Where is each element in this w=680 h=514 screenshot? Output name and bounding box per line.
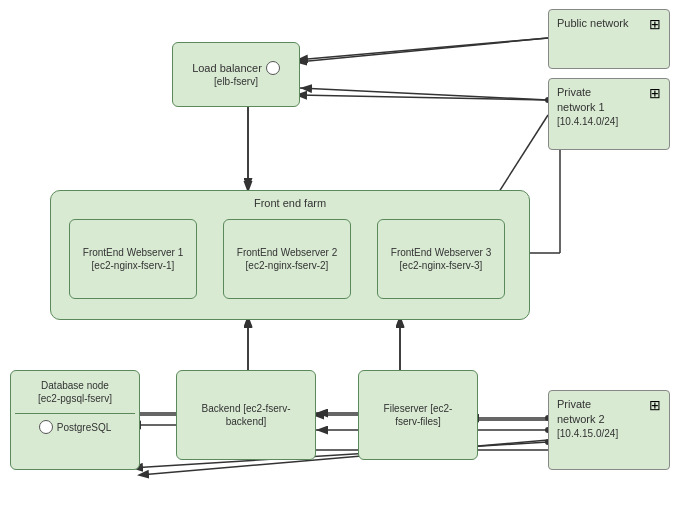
- frontend-farm-label: Front end farm: [254, 197, 326, 209]
- private-network1-box: ⊞ Privatenetwork 1 [10.4.14.0/24]: [548, 78, 670, 150]
- frontend2-box: FrontEnd Webserver 2 [ec2-nginx-fserv-2]: [223, 219, 351, 299]
- frontend2-sublabel: [ec2-nginx-fserv-2]: [246, 259, 329, 272]
- private-network1-label: Privatenetwork 1: [557, 85, 605, 116]
- fileserver-box: Fileserver [ec2-fserv-files]: [358, 370, 478, 460]
- load-balancer-label: Load balancer: [192, 61, 262, 75]
- postgresql-label: PostgreSQL: [57, 421, 111, 434]
- frontend1-label: FrontEnd Webserver 1: [83, 246, 183, 259]
- svg-line-0: [298, 38, 548, 62]
- fileserver-label: Fileserver [ec2-fserv-files]: [384, 402, 453, 428]
- public-network-box: ⊞ Public network: [548, 9, 670, 69]
- private-network1-sublabel: [10.4.14.0/24]: [557, 116, 618, 127]
- network-icon-public: ⊞: [649, 16, 661, 32]
- svg-line-1: [298, 95, 548, 100]
- private-network2-box: ⊞ Privatenetwork 2 [10.4.15.0/24]: [548, 390, 670, 470]
- frontend1-sublabel: [ec2-nginx-fserv-1]: [92, 259, 175, 272]
- database-label: Database node: [41, 379, 109, 392]
- postgresql-icon: [39, 420, 53, 434]
- private-network2-sublabel: [10.4.15.0/24]: [557, 428, 618, 439]
- svg-line-15: [300, 88, 548, 100]
- database-sublabel: [ec2-pgsql-fserv]: [38, 392, 112, 405]
- database-box: Database node [ec2-pgsql-fserv] PostgreS…: [10, 370, 140, 470]
- frontend1-box: FrontEnd Webserver 1 [ec2-nginx-fserv-1]: [69, 219, 197, 299]
- backend-box: Backend [ec2-fserv-backend]: [176, 370, 316, 460]
- private-network2-label: Privatenetwork 2: [557, 397, 605, 428]
- frontend2-label: FrontEnd Webserver 2: [237, 246, 337, 259]
- frontend3-label: FrontEnd Webserver 3: [391, 246, 491, 259]
- load-balancer-sublabel: [elb-fserv]: [214, 75, 258, 88]
- elb-icon: [266, 61, 280, 75]
- frontend-farm-group: Front end farm FrontEnd Webserver 1 [ec2…: [50, 190, 530, 320]
- load-balancer-box: Load balancer [elb-fserv]: [172, 42, 300, 107]
- frontend3-box: FrontEnd Webserver 3 [ec2-nginx-fserv-3]: [377, 219, 505, 299]
- svg-line-14: [296, 38, 548, 60]
- frontend3-sublabel: [ec2-nginx-fserv-3]: [400, 259, 483, 272]
- diagram: ⊞ Public network ⊞ Privatenetwork 1 [10.…: [0, 0, 680, 514]
- backend-label: Backend [ec2-fserv-backend]: [202, 402, 291, 428]
- public-network-label: Public network: [557, 16, 629, 31]
- network1-icon: ⊞: [649, 85, 661, 101]
- network2-icon: ⊞: [649, 397, 661, 413]
